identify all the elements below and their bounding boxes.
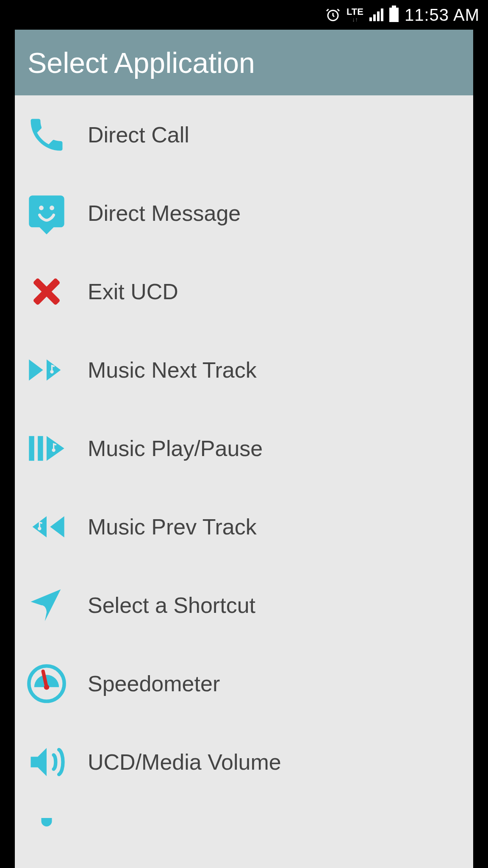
- clock-time: 11:53 AM: [405, 6, 480, 25]
- speedometer-icon: [23, 660, 70, 707]
- app-item-select-shortcut[interactable]: Select a Shortcut: [15, 566, 473, 644]
- app-item-label: Speedometer: [88, 671, 220, 696]
- app-item-speedometer[interactable]: Speedometer: [15, 644, 473, 723]
- app-item-direct-message[interactable]: Direct Message: [15, 174, 473, 252]
- next-track-icon: [23, 347, 70, 393]
- app-item-label: Music Play/Pause: [88, 436, 263, 461]
- svg-point-6: [52, 448, 55, 452]
- app-item-label: Direct Message: [88, 200, 241, 226]
- svg-point-9: [44, 684, 50, 690]
- exit-icon: [23, 268, 70, 315]
- app-item-label: Exit UCD: [88, 279, 178, 304]
- message-icon: [23, 190, 70, 236]
- svg-point-3: [50, 370, 53, 373]
- alarm-icon: [325, 7, 341, 22]
- svg-point-7: [38, 527, 41, 530]
- modal-title: Select Application: [28, 46, 255, 79]
- status-bar: LTE ↓↑ 11:53 AM: [0, 0, 488, 30]
- app-item-label: Select a Shortcut: [88, 593, 255, 618]
- svg-rect-4: [29, 436, 34, 460]
- signal-strength-icon: [369, 8, 383, 21]
- app-item-music-next-track[interactable]: Music Next Track: [15, 331, 473, 409]
- app-item-music-prev-track[interactable]: Music Prev Track: [15, 487, 473, 566]
- svg-point-1: [39, 206, 44, 210]
- app-item-partial[interactable]: [15, 801, 473, 852]
- app-item-label: UCD/Media Volume: [88, 749, 281, 775]
- svg-rect-5: [38, 436, 43, 460]
- app-item-label: Direct Call: [88, 122, 189, 147]
- network-type-indicator: LTE ↓↑: [347, 7, 363, 22]
- svg-rect-10: [42, 818, 52, 826]
- partial-icon: [23, 818, 70, 835]
- app-item-exit-ucd[interactable]: Exit UCD: [15, 252, 473, 331]
- app-item-music-play-pause[interactable]: Music Play/Pause: [15, 409, 473, 487]
- app-item-label: Music Next Track: [88, 357, 257, 383]
- play-pause-icon: [23, 425, 70, 472]
- app-item-media-volume[interactable]: UCD/Media Volume: [15, 723, 473, 801]
- app-item-label: Music Prev Track: [88, 514, 257, 540]
- select-application-modal: Select Application Direct Call Direct Me…: [15, 30, 473, 868]
- volume-icon: [23, 739, 70, 785]
- battery-icon: [389, 8, 399, 22]
- phone-icon: [23, 111, 70, 158]
- modal-header: Select Application: [15, 30, 473, 95]
- app-item-direct-call[interactable]: Direct Call: [15, 95, 473, 174]
- application-list[interactable]: Direct Call Direct Message Exit UCD: [15, 95, 473, 868]
- prev-track-icon: [23, 504, 70, 550]
- svg-point-2: [50, 206, 54, 210]
- shortcut-arrow-icon: [23, 582, 70, 629]
